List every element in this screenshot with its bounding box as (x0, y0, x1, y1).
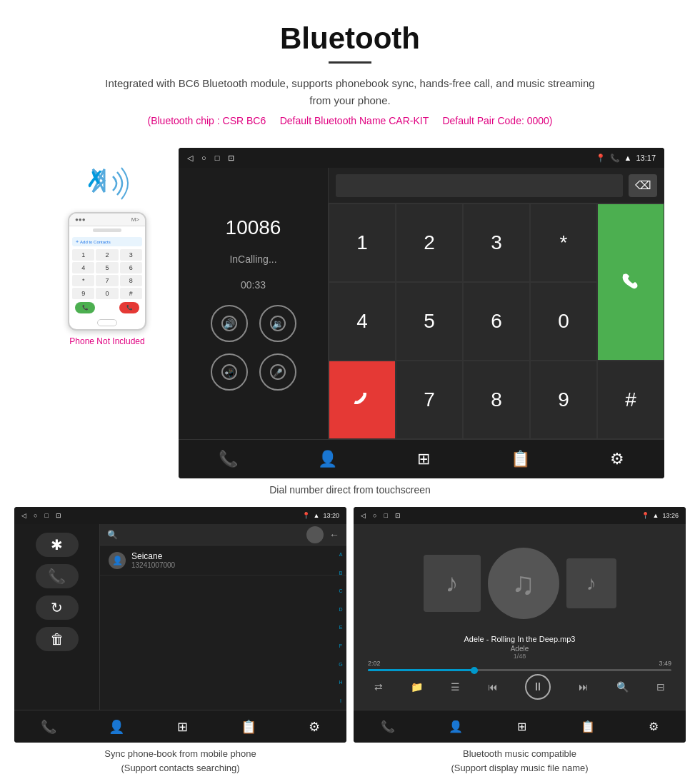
volume-up-btn[interactable]: 🔊 (211, 305, 248, 342)
key-hash[interactable]: # (597, 361, 664, 439)
transfer-btn[interactable]: 📲 (211, 353, 248, 391)
pb-bottom-settings[interactable]: ⚙ (309, 719, 320, 735)
pb-nav-home[interactable]: ○ (34, 512, 37, 519)
main-screenshot-area: ✗ ●●● M> +Add to Contacts (0, 148, 700, 478)
bluetooth-signal-icon: ✗ (79, 162, 136, 205)
pb-location-icon: 📍 (302, 512, 310, 519)
dial-left-panel: 10086 InCalling... 00:33 🔊 🔉 (179, 168, 329, 439)
pb-bottom-keypad[interactable]: ⊞ (177, 719, 188, 735)
spec-name: Default Bluetooth Name CAR-KIT (280, 115, 429, 126)
next-track-btn[interactable]: ⏭ (579, 681, 589, 693)
statusbar-nav: ◁ ○ □ ⊡ (187, 154, 234, 163)
nav-back-icon[interactable]: ◁ (187, 154, 193, 163)
mute-btn[interactable]: 🎤 (259, 353, 296, 391)
key-9[interactable]: 9 (530, 361, 597, 439)
svg-text:📲: 📲 (224, 368, 234, 378)
dial-right-panel: ⌫ 1 2 3 * 4 5 6 0 7 (329, 168, 664, 439)
volume-down-btn[interactable]: 🔉 (259, 305, 296, 342)
contact-item[interactable]: 👤 Seicane 13241007000 (100, 546, 346, 576)
music-nav-back[interactable]: ◁ (361, 512, 366, 519)
music-nav-app[interactable]: ⊡ (395, 512, 401, 519)
equalizer-icon[interactable]: ⊟ (656, 681, 665, 693)
prev-track-btn[interactable]: ⏮ (488, 681, 498, 693)
phonebook-screen: ◁ ○ □ ⊡ 📍 ▲ 13:20 ✱ 📞 ↻ 🗑 (14, 507, 346, 743)
key-4[interactable]: 4 (329, 282, 396, 361)
phone-action-row: 📞 📞 (72, 302, 142, 313)
pb-alphabet: A B C D E F G H I (335, 546, 346, 710)
key-2[interactable]: 2 (396, 203, 463, 282)
pb-sync-icon[interactable]: ↻ (36, 595, 79, 620)
shuffle-icon[interactable]: ⇄ (374, 681, 383, 693)
dialpad-9: 9 (72, 288, 94, 299)
call-button[interactable] (597, 203, 664, 361)
dialpad-star: * (72, 275, 94, 286)
music-nav-home[interactable]: ○ (373, 512, 376, 519)
playlist-icon[interactable]: ☰ (451, 681, 460, 693)
pb-nav-app[interactable]: ⊡ (56, 512, 61, 519)
key-3[interactable]: 3 (463, 203, 530, 282)
music-progress: 2:02 3:49 (361, 660, 679, 671)
music-bottom-contacts[interactable]: 👤 (449, 720, 463, 733)
pb-nav-recent[interactable]: □ (44, 512, 48, 519)
dial-number: 10086 (226, 216, 281, 239)
phone-mockup: ●●● M> +Add to Contacts 1 2 3 4 5 6 * 7 … (68, 212, 146, 331)
music-title: Adele - Rolling In the Deep.mp3 (464, 635, 576, 643)
album-cover-center: ♫ (488, 548, 559, 619)
key-1[interactable]: 1 (329, 203, 396, 282)
music-nav-recent[interactable]: □ (384, 512, 387, 519)
pb-content: ✱ 📞 ↻ 🗑 🔍 ← 👤 Seicane (14, 524, 346, 710)
bottombar-transfer-icon[interactable]: 📋 (511, 450, 530, 468)
progress-bar-bg[interactable] (368, 669, 671, 671)
pb-sidebar: ✱ 📞 ↻ 🗑 (14, 524, 100, 710)
dial-status: InCalling... (229, 253, 276, 265)
nav-app-icon[interactable]: ⊡ (228, 154, 234, 163)
pb-bottom-transfer[interactable]: 📋 (241, 719, 256, 735)
play-pause-btn[interactable]: ⏸ (525, 674, 551, 700)
music-bottombar: 📞 👤 ⊞ 📋 ⚙ (354, 710, 686, 743)
music-bottom-call[interactable]: 📞 (381, 720, 395, 733)
search-icon: 🔍 (107, 530, 118, 540)
music-caption: Bluetooth music compatible (Support disp… (354, 747, 686, 775)
key-7[interactable]: 7 (396, 361, 463, 439)
music-bottom-transfer[interactable]: 📋 (581, 720, 595, 733)
key-star[interactable]: * (530, 203, 597, 282)
pb-bluetooth-icon[interactable]: ✱ (36, 533, 79, 557)
search-music-icon[interactable]: 🔍 (616, 681, 629, 693)
nav-recent-icon[interactable]: □ (215, 154, 220, 162)
bottombar-call-icon[interactable]: 📞 (219, 450, 238, 468)
dialpad-3: 3 (120, 249, 142, 261)
end-call-button[interactable] (329, 361, 396, 439)
music-note-center: ♫ (511, 566, 535, 601)
pb-search-bar: 🔍 ← (100, 524, 346, 546)
nav-home-icon[interactable]: ○ (201, 154, 206, 162)
title-underline (329, 61, 371, 64)
phonebook-caption: Sync phone-book from mobile phone (Suppo… (14, 747, 346, 775)
dialpad-8: 8 (120, 275, 142, 286)
album-cover-left: ♪ (424, 555, 481, 612)
pb-delete-icon[interactable]: 🗑 (36, 627, 79, 651)
folder-icon[interactable]: 📁 (411, 681, 423, 693)
key-6[interactable]: 6 (463, 282, 530, 361)
svg-text:🔊: 🔊 (224, 318, 236, 330)
music-bottom-settings[interactable]: ⚙ (649, 720, 659, 733)
bottombar-settings-icon[interactable]: ⚙ (610, 450, 624, 468)
phone-not-included-label: Phone Not Included (69, 336, 144, 346)
music-time: 13:26 (662, 512, 679, 519)
key-5[interactable]: 5 (396, 282, 463, 361)
dialpad-1: 1 (72, 249, 94, 261)
pb-call-icon[interactable]: 📞 (36, 564, 79, 588)
phone-dialpad: 1 2 3 4 5 6 * 7 8 9 0 # (72, 249, 142, 299)
music-bottom-keypad[interactable]: ⊞ (517, 720, 526, 733)
key-0[interactable]: 0 (530, 282, 597, 361)
dial-display-input[interactable] (336, 174, 623, 197)
pb-bottom-contacts[interactable]: 👤 (109, 719, 124, 735)
pb-bottom-call[interactable]: 📞 (41, 719, 56, 735)
bottombar-contacts-icon[interactable]: 👤 (318, 450, 337, 468)
progress-times: 2:02 3:49 (368, 660, 671, 667)
dial-delete-btn[interactable]: ⌫ (629, 174, 657, 197)
pb-nav-back[interactable]: ◁ (21, 512, 26, 519)
svg-text:🔉: 🔉 (272, 318, 284, 330)
bottombar-keypad-icon[interactable]: ⊞ (417, 450, 430, 468)
pb-main: 🔍 ← 👤 Seicane 13241007000 A (100, 524, 346, 710)
key-8[interactable]: 8 (463, 361, 530, 439)
